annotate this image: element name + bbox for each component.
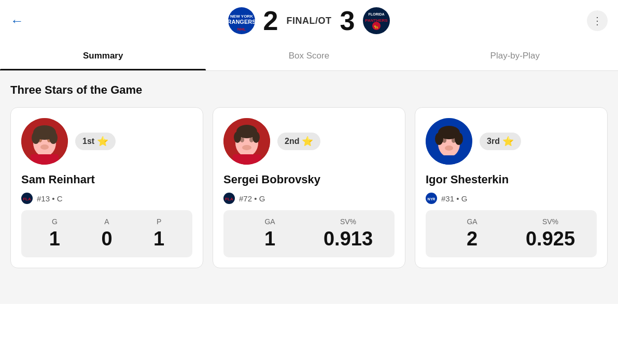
svg-point-35 <box>445 145 453 151</box>
away-score: 2 <box>263 7 278 34</box>
back-arrow-icon: ← <box>10 13 24 29</box>
stat-p: P 1 <box>133 217 185 250</box>
svg-point-38 <box>455 133 463 145</box>
tab-play-by-play[interactable]: Play-by-Play <box>412 41 618 70</box>
star-icon-3: ⭐ <box>502 136 514 147</box>
player-2-avatar <box>223 118 270 165</box>
svg-point-24 <box>242 145 251 150</box>
player-3-name: Igor Shesterkin <box>426 173 597 186</box>
svg-rect-17 <box>31 154 59 165</box>
main-content: Three Stars of the Game <box>0 71 618 304</box>
stat-svpct-3: SV% 0.925 <box>511 217 589 250</box>
svg-point-13 <box>40 144 49 150</box>
star-icon-1: ⭐ <box>97 136 108 147</box>
home-team-logo: FLORIDA PANTHERS 🐆 <box>363 7 390 34</box>
svg-text:FLORIDA: FLORIDA <box>369 12 385 16</box>
card-1-header: 1st ⭐ <box>21 118 192 165</box>
tab-boxscore[interactable]: Box Score <box>206 41 412 70</box>
rangers-small-logo-icon: NYR <box>426 193 437 204</box>
svg-point-16 <box>49 132 58 144</box>
section-title: Three Stars of the Game <box>10 83 608 97</box>
player-card-1[interactable]: 1st ⭐ Sam Reinhart FLA #13 • C G <box>10 107 203 268</box>
player-1-avatar <box>21 118 68 165</box>
svg-text:FLA: FLA <box>23 197 31 201</box>
player-3-stats: GA 2 SV% 0.925 <box>426 210 597 257</box>
tab-bar: Summary Box Score Play-by-Play <box>0 41 618 71</box>
player-2-name: Sergei Bobrovsky <box>223 173 395 186</box>
rank-badge-1: 1st ⭐ <box>75 133 116 150</box>
home-score: 3 <box>340 7 355 34</box>
game-header: ← NEW YORK RANGERS NHL 2 FINAL/OT 3 FLOR… <box>0 0 618 41</box>
florida-small-logo-2-icon: FLA <box>223 193 235 204</box>
player-card-3[interactable]: 3rd ⭐ Igor Shesterkin NYR #31 • G GA <box>415 107 608 268</box>
svg-text:RANGERS: RANGERS <box>228 19 255 25</box>
svg-rect-39 <box>435 155 463 165</box>
svg-text:NEW YORK: NEW YORK <box>230 14 253 19</box>
rank-badge-2: 2nd ⭐ <box>277 133 320 150</box>
card-2-header: 2nd ⭐ <box>223 118 395 165</box>
player-1-name: Sam Reinhart <box>21 173 192 186</box>
svg-point-15 <box>32 132 40 144</box>
player-3-info: NYR #31 • G <box>426 193 597 204</box>
stat-svpct-2: SV% 0.913 <box>309 217 387 250</box>
florida-small-logo-icon: FLA <box>21 193 33 204</box>
player-2-info: FLA #72 • G <box>223 193 395 204</box>
svg-point-27 <box>252 132 260 143</box>
player-card-2[interactable]: 2nd ⭐ Sergei Bobrovsky FLA #72 • G GA <box>213 107 405 268</box>
svg-text:NHL: NHL <box>237 27 246 32</box>
stat-ga-2: GA 1 <box>231 217 309 250</box>
tab-summary[interactable]: Summary <box>0 41 206 70</box>
player-2-stats: GA 1 SV% 0.913 <box>223 210 395 257</box>
svg-point-26 <box>234 132 241 143</box>
player-cards-row: 1st ⭐ Sam Reinhart FLA #13 • C G <box>10 107 608 268</box>
more-options-button[interactable]: ⋮ <box>587 10 608 31</box>
svg-point-37 <box>435 133 443 145</box>
game-status: FINAL/OT <box>287 16 332 26</box>
star-icon-2: ⭐ <box>302 136 313 147</box>
svg-text:🐆: 🐆 <box>374 24 379 29</box>
stat-g: G 1 <box>29 217 81 250</box>
player-1-stats: G 1 A 0 P 1 <box>21 210 192 257</box>
stat-ga-3: GA 2 <box>433 217 511 250</box>
svg-text:FLA: FLA <box>225 197 233 201</box>
stat-a: A 0 <box>81 217 133 250</box>
rank-badge-3: 3rd ⭐ <box>480 133 521 150</box>
player-1-info: FLA #13 • C <box>21 193 192 204</box>
score-display: NEW YORK RANGERS NHL 2 FINAL/OT 3 FLORID… <box>228 7 390 34</box>
back-button[interactable]: ← <box>10 13 24 29</box>
card-3-header: 3rd ⭐ <box>426 118 597 165</box>
svg-rect-28 <box>233 154 261 165</box>
rangers-logo-icon: NEW YORK RANGERS NHL <box>228 7 255 34</box>
player-3-avatar <box>426 118 472 165</box>
florida-logo-icon: FLORIDA PANTHERS 🐆 <box>363 7 390 34</box>
more-icon: ⋮ <box>592 14 602 27</box>
svg-text:NYR: NYR <box>428 197 436 201</box>
away-team-logo: NEW YORK RANGERS NHL <box>228 7 255 34</box>
